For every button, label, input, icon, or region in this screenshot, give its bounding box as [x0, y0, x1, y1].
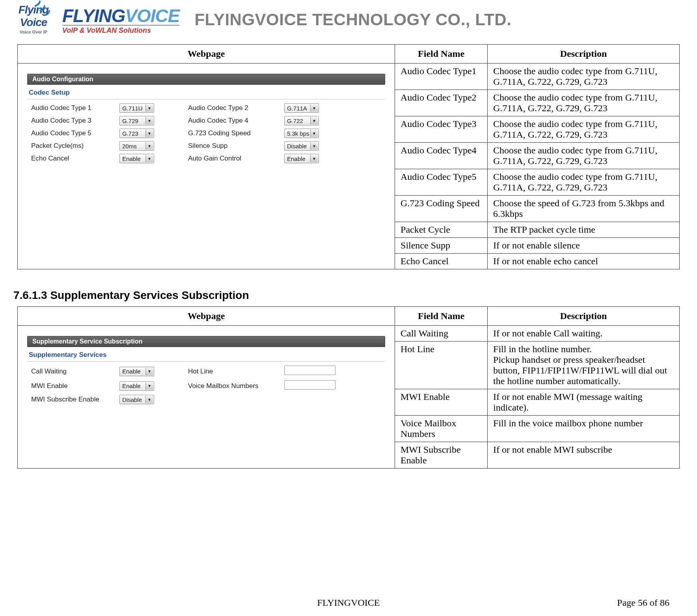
form-label: MWI Enable [31, 382, 118, 390]
logo-wordmark: FLYINGVOICE VoIP & VoWLAN Solutions [62, 5, 179, 35]
webpage-cell: Supplementary Service Subscription Suppl… [18, 326, 395, 469]
select-1a[interactable]: Enable▼ [119, 381, 154, 391]
th-webpage: Webpage [18, 307, 395, 326]
chevron-down-icon: ▼ [310, 117, 318, 124]
form-label: Voice Mailbox Numbers [188, 382, 283, 390]
field-name-cell: Audio Codec Type2 [395, 90, 488, 116]
select-4b[interactable]: Enable▼ [284, 154, 319, 163]
field-name-cell: Voice Mailbox Numbers [395, 416, 488, 442]
description-cell: Choose the audio codec type from G.711U,… [488, 143, 680, 169]
wordmark-sub: VoIP & VoWLAN Solutions [62, 25, 179, 35]
chevron-down-icon: ▼ [145, 117, 153, 124]
select-3a[interactable]: 20ms▼ [119, 141, 154, 151]
field-name-cell: MWI Enable [395, 389, 488, 416]
page-footer: FLYINGVOICE Page 56 of 86 [0, 597, 697, 608]
select-2b[interactable]: 5.3k bps▼ [284, 129, 319, 138]
footer-right: Page 56 of 86 [617, 597, 669, 608]
wordmark-flying: FLYING [62, 6, 125, 26]
form-label: MWI Subscribe Enable [31, 396, 118, 403]
field-name-cell: Audio Codec Type3 [395, 116, 488, 143]
th-field: Field Name [395, 307, 488, 326]
description-cell: The RTP packet cycle time [488, 222, 680, 238]
form-label: Audio Codec Type 1 [31, 104, 118, 112]
description-cell: Choose the audio codec type from G.711U,… [488, 90, 680, 116]
description-cell: Fill in the hotline number.Pickup handse… [488, 342, 680, 389]
description-cell: Fill in the voice mailbox phone number [488, 416, 680, 442]
field-name-cell: Audio Codec Type1 [395, 63, 488, 90]
th-desc: Description [488, 45, 680, 63]
table-row: Supplementary Service Subscription Suppl… [18, 326, 680, 342]
form-label: Silence Supp [188, 142, 283, 150]
form-label: Hot Line [188, 368, 283, 375]
field-name-cell: Silence Supp [395, 238, 488, 254]
form-label: Call Waiting [31, 368, 118, 375]
th-desc: Description [488, 307, 680, 326]
select-0a[interactable]: G.711U▼ [119, 103, 154, 113]
footer-center: FLYINGVOICE [317, 597, 380, 608]
input-0b[interactable] [284, 366, 335, 375]
field-name-cell: G.723 Coding Speed [395, 196, 488, 222]
select-4a[interactable]: Enable▼ [119, 154, 154, 163]
badge-line3: Voice Over IP [12, 30, 55, 34]
panel-section-title: Supplementary Services [27, 347, 385, 362]
chevron-down-icon: ▼ [145, 105, 153, 112]
config-panel: Audio Configuration Codec Setup Audio Co… [23, 66, 389, 167]
select-2a[interactable]: Disable▼ [119, 395, 154, 404]
section-heading: 7.6.1.3 Supplementary Services Subscript… [13, 289, 685, 302]
description-cell: If or not enable MWI subscribe [488, 442, 680, 469]
panel-titlebar: Audio Configuration [27, 74, 385, 85]
th-field: Field Name [395, 45, 488, 63]
form-label: Audio Codec Type 4 [188, 117, 283, 125]
select-2a[interactable]: G.723▼ [119, 129, 154, 138]
form-label: Audio Codec Type 5 [31, 129, 118, 137]
field-name-cell: Packet Cycle [395, 222, 488, 238]
chevron-down-icon: ▼ [310, 130, 318, 137]
description-cell: Choose the speed of G.723 from 5.3kbps a… [488, 196, 680, 222]
field-name-cell: Call Waiting [395, 326, 488, 342]
field-name-cell: Hot Line [395, 342, 488, 389]
panel-section-title: Codec Setup [27, 85, 385, 99]
panel-titlebar: Supplementary Service Subscription [27, 336, 385, 347]
config-panel: Supplementary Service Subscription Suppl… [23, 328, 389, 408]
company-name: FLYINGVOICE TECHNOLOGY CO., LTD. [194, 10, 511, 29]
field-name-cell: Audio Codec Type5 [395, 169, 488, 196]
audio-config-table: Webpage Field Name Description Audio Con… [17, 44, 680, 269]
table-row: Audio Configuration Codec Setup Audio Co… [18, 63, 680, 90]
select-1b[interactable]: G.722▼ [284, 116, 319, 125]
form-label: Audio Codec Type 3 [31, 117, 118, 125]
select-1a[interactable]: G.729▼ [119, 116, 154, 125]
chevron-down-icon: ▼ [145, 396, 153, 403]
chevron-down-icon: ▼ [145, 155, 153, 162]
field-name-cell: MWI Subscribe Enable [395, 442, 488, 469]
description-cell: Choose the audio codec type from G.711U,… [488, 116, 680, 143]
select-0a[interactable]: Enable▼ [119, 367, 154, 376]
description-cell: Choose the audio codec type from G.711U,… [488, 169, 680, 196]
form-label: Packet Cycle(ms) [31, 142, 118, 150]
description-cell: If or not enable Call waiting. [488, 326, 680, 342]
form-label: Auto Gain Control [188, 155, 283, 162]
chevron-down-icon: ▼ [145, 142, 153, 149]
form-label: Audio Codec Type 2 [188, 104, 283, 112]
select-0b[interactable]: G.711A▼ [284, 103, 319, 113]
chevron-down-icon: ▼ [145, 383, 153, 390]
description-cell: Choose the audio codec type from G.711U,… [488, 63, 680, 90]
form-label: G.723 Coding Speed [188, 129, 283, 137]
field-name-cell: Echo Cancel [395, 254, 488, 269]
chevron-down-icon: ▼ [145, 368, 153, 375]
webpage-cell: Audio Configuration Codec Setup Audio Co… [18, 63, 395, 269]
select-3b[interactable]: Disable▼ [284, 141, 319, 151]
chevron-down-icon: ▼ [310, 105, 318, 112]
chevron-down-icon: ▼ [145, 130, 153, 137]
page-header: ❫❫❫ Flying Voice Voice Over IP FLYINGVOI… [12, 0, 685, 39]
chevron-down-icon: ▼ [310, 155, 318, 162]
description-cell: If or not enable silence [488, 238, 680, 254]
logo-badge: ❫❫❫ Flying Voice Voice Over IP [12, 2, 55, 37]
input-1b[interactable] [284, 380, 335, 390]
chevron-down-icon: ▼ [310, 142, 318, 149]
th-webpage: Webpage [18, 45, 395, 63]
field-name-cell: Audio Codec Type4 [395, 143, 488, 169]
description-cell: If or not enable MWI (message waiting in… [488, 389, 680, 416]
wordmark-voice: VOICE [125, 6, 179, 26]
supp-services-table: Webpage Field Name Description Supplemen… [17, 306, 680, 469]
description-cell: If or not enable echo cancel [488, 254, 680, 269]
